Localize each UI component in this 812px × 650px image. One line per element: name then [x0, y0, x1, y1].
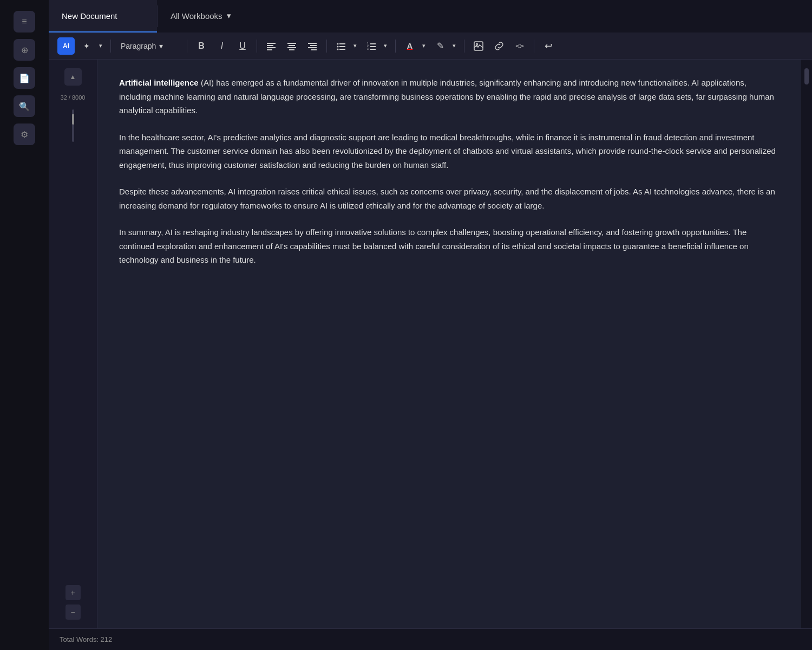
tab-all-workbooks[interactable]: All Workbooks ▾ [158, 0, 266, 32]
italic-button[interactable]: I [213, 37, 231, 55]
align-center-button[interactable] [283, 37, 300, 55]
zoom-in-button[interactable]: + [66, 585, 81, 600]
zoom-controls: + − [66, 585, 81, 620]
tab-all-workbooks-label: All Workbooks [171, 11, 222, 21]
scrollbar-thumb [804, 68, 809, 84]
font-color-dropdown[interactable]: A ▾ [401, 37, 428, 55]
tab-new-document-label: New Document [62, 11, 117, 21]
svg-rect-5 [289, 45, 295, 46]
highlight-button[interactable]: ✎ [431, 37, 449, 55]
paragraph-chevron-icon: ▾ [159, 42, 163, 50]
svg-rect-9 [310, 45, 317, 46]
right-scrollbar[interactable] [801, 60, 812, 628]
svg-rect-17 [339, 49, 345, 50]
ai-button[interactable]: AI [57, 37, 75, 55]
sep-3 [257, 40, 257, 53]
bold-button[interactable]: B [193, 37, 210, 55]
highlight-chevron[interactable]: ▾ [450, 37, 459, 55]
tab-bar: New Document All Workbooks ▾ [49, 0, 812, 32]
editor-content[interactable]: Artificial intelligence (AI) has emerged… [97, 60, 801, 628]
tab-new-document[interactable]: New Document [49, 0, 157, 32]
svg-rect-1 [267, 45, 273, 46]
sidebar-icon-4[interactable]: 🔍 [14, 95, 35, 117]
ordered-list-button[interactable]: 1.2.3. [363, 37, 380, 55]
sep-6 [464, 40, 464, 53]
paragraph-3: Despite these advancements, AI integrati… [119, 185, 780, 212]
paragraph-1: Artificial intelligence (AI) has emerged… [119, 76, 780, 118]
link-button[interactable] [490, 37, 508, 55]
svg-rect-2 [267, 47, 276, 48]
svg-point-14 [337, 46, 339, 47]
bottom-bar: Total Words: 212 [49, 628, 812, 650]
paragraph-2: In the healthcare sector, AI's predictiv… [119, 131, 780, 172]
main-area: New Document All Workbooks ▾ AI ✦ ▾ Para… [49, 0, 812, 650]
editor-wrapper: ▲ 32 / 8000 + − Artificial intelligence … [49, 60, 812, 628]
svg-rect-0 [267, 43, 276, 44]
sep-7 [534, 40, 534, 53]
toolbar: AI ✦ ▾ Paragraph ▾ B I U [49, 32, 812, 60]
underline-button[interactable]: U [234, 37, 251, 55]
bullet-list-dropdown[interactable]: ▾ [332, 37, 359, 55]
svg-rect-7 [289, 49, 294, 50]
code-button[interactable]: <> [511, 37, 528, 55]
align-left-button[interactable] [263, 37, 280, 55]
zoom-out-button[interactable]: − [66, 604, 81, 620]
nav-up-arrow[interactable]: ▲ [64, 68, 82, 86]
sidebar-icon-5[interactable]: ⚙ [14, 123, 35, 145]
svg-rect-21 [370, 46, 376, 47]
svg-rect-3 [267, 49, 272, 50]
font-color-chevron[interactable]: ▾ [420, 37, 428, 55]
left-sidebar: ≡ ⊕ 📄 🔍 ⚙ [0, 0, 49, 650]
align-right-button[interactable] [304, 37, 321, 55]
svg-rect-19 [370, 43, 376, 44]
paragraph-1-rest: (AI) has emerged as a fundamental driver… [119, 78, 774, 115]
paragraph-selector[interactable]: Paragraph ▾ [116, 40, 181, 53]
svg-rect-23 [370, 49, 376, 50]
svg-point-12 [337, 43, 339, 44]
highlight-dropdown[interactable]: ✎ ▾ [431, 37, 459, 55]
char-counter: 32 / 8000 [61, 94, 86, 101]
sep-5 [395, 40, 396, 53]
sep-2 [187, 40, 187, 53]
svg-rect-10 [308, 47, 317, 48]
magic-wand-chevron[interactable]: ▾ [96, 37, 105, 55]
svg-text:3.: 3. [367, 47, 369, 50]
ordered-list-chevron[interactable]: ▾ [381, 37, 390, 55]
svg-rect-6 [287, 47, 296, 48]
svg-point-16 [337, 48, 339, 50]
total-words-label: Total Words: 212 [60, 635, 112, 644]
magic-wand-btn[interactable]: ✦ [78, 37, 95, 55]
scroll-indicator [72, 109, 74, 142]
sep-4 [326, 40, 327, 53]
word-count-sidebar: ▲ 32 / 8000 + − [49, 60, 97, 628]
bullet-list-chevron[interactable]: ▾ [351, 37, 359, 55]
svg-rect-13 [339, 43, 345, 44]
ordered-list-dropdown[interactable]: 1.2.3. ▾ [363, 37, 390, 55]
ai-tools-dropdown[interactable]: ✦ ▾ [78, 37, 105, 55]
svg-rect-4 [287, 43, 296, 44]
scroll-thumb [72, 114, 74, 125]
paragraph-1-bold: Artificial intelligence [119, 78, 199, 87]
svg-rect-15 [339, 46, 345, 47]
undo-button[interactable]: ↩ [540, 37, 557, 55]
image-button[interactable] [470, 37, 487, 55]
paragraph-label: Paragraph [121, 42, 156, 50]
bullet-list-button[interactable] [332, 37, 350, 55]
sep-1 [110, 40, 111, 53]
font-color-button[interactable]: A [401, 37, 418, 55]
sidebar-icon-3[interactable]: 📄 [14, 67, 35, 89]
paragraph-4: In summary, AI is reshaping industry lan… [119, 225, 780, 267]
workbooks-chevron-icon: ▾ [227, 11, 231, 21]
sidebar-icon-2[interactable]: ⊕ [14, 39, 35, 61]
svg-rect-11 [311, 49, 317, 50]
svg-rect-8 [308, 43, 317, 44]
sidebar-icon-1[interactable]: ≡ [14, 11, 35, 32]
